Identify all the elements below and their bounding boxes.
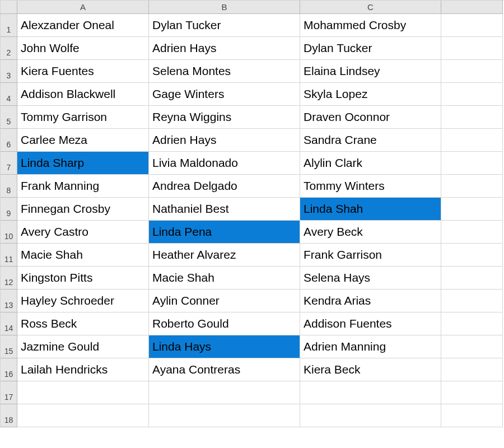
row-header-1[interactable]: 1: [1, 14, 17, 37]
cell-c18[interactable]: [300, 404, 441, 427]
cell-b17[interactable]: [149, 381, 300, 404]
cell-blank-14[interactable]: [441, 312, 503, 335]
column-header-a[interactable]: A: [17, 1, 149, 14]
row-header-8[interactable]: 8: [1, 175, 17, 198]
cell-c3[interactable]: Elaina Lindsey: [300, 60, 441, 83]
cell-c13[interactable]: Kendra Arias: [300, 290, 441, 312]
cell-blank-16[interactable]: [441, 358, 503, 381]
cell-c15[interactable]: Adrien Manning: [300, 335, 441, 358]
cell-a5[interactable]: Tommy Garrison: [17, 106, 149, 129]
cell-b14[interactable]: Roberto Gould: [149, 312, 300, 335]
row-header-9[interactable]: 9: [1, 198, 17, 221]
cell-c12[interactable]: Selena Hays: [300, 267, 441, 290]
spreadsheet-grid[interactable]: ABC1Alexzander OnealDylan TuckerMohammed…: [0, 0, 504, 427]
cell-a2[interactable]: John Wolfe: [17, 37, 149, 60]
cell-b3[interactable]: Selena Montes: [149, 60, 300, 83]
cell-b6[interactable]: Adrien Hays: [149, 129, 300, 152]
cell-blank-15[interactable]: [441, 335, 503, 358]
row-header-13[interactable]: 13: [1, 290, 17, 312]
cell-a8[interactable]: Frank Manning: [17, 175, 149, 198]
cell-blank-12[interactable]: [441, 267, 503, 290]
cell-a4[interactable]: Addison Blackwell: [17, 83, 149, 106]
cell-b7[interactable]: Livia Maldonado: [149, 152, 300, 175]
cell-b5[interactable]: Reyna Wiggins: [149, 106, 300, 129]
row-header-5[interactable]: 5: [1, 106, 17, 129]
cell-blank-9[interactable]: [441, 198, 503, 221]
cell-b1[interactable]: Dylan Tucker: [149, 14, 300, 37]
cell-c9[interactable]: Linda Shah: [300, 198, 441, 221]
cell-c11[interactable]: Frank Garrison: [300, 244, 441, 267]
cell-a12[interactable]: Kingston Pitts: [17, 267, 149, 290]
cell-b2[interactable]: Adrien Hays: [149, 37, 300, 60]
cell-a18[interactable]: [17, 404, 149, 427]
row-header-14[interactable]: 14: [1, 312, 17, 335]
cell-c1[interactable]: Mohammed Crosby: [300, 14, 441, 37]
cell-b9[interactable]: Nathaniel Best: [149, 198, 300, 221]
cell-blank-5[interactable]: [441, 106, 503, 129]
row-header-17[interactable]: 17: [1, 381, 17, 404]
select-all-corner[interactable]: [1, 1, 17, 14]
cell-c14[interactable]: Addison Fuentes: [300, 312, 441, 335]
cell-b16[interactable]: Ayana Contreras: [149, 358, 300, 381]
cell-c6[interactable]: Sandra Crane: [300, 129, 441, 152]
row-header-16[interactable]: 16: [1, 358, 17, 381]
row-header-18[interactable]: 18: [1, 404, 17, 427]
row-header-4[interactable]: 4: [1, 83, 17, 106]
cell-a17[interactable]: [17, 381, 149, 404]
cell-a15[interactable]: Jazmine Gould: [17, 335, 149, 358]
row-header-3[interactable]: 3: [1, 60, 17, 83]
cell-a6[interactable]: Carlee Meza: [17, 129, 149, 152]
cell-blank-10[interactable]: [441, 221, 503, 244]
cell-blank-7[interactable]: [441, 152, 503, 175]
cell-a13[interactable]: Hayley Schroeder: [17, 290, 149, 312]
cell-c5[interactable]: Draven Oconnor: [300, 106, 441, 129]
cell-c2[interactable]: Dylan Tucker: [300, 37, 441, 60]
row-header-6[interactable]: 6: [1, 129, 17, 152]
row-header-11[interactable]: 11: [1, 244, 17, 267]
column-header-blank[interactable]: [441, 1, 503, 14]
cell-b15[interactable]: Linda Hays: [149, 335, 300, 358]
column-header-b[interactable]: B: [149, 1, 300, 14]
row-header-12[interactable]: 12: [1, 267, 17, 290]
cell-c17[interactable]: [300, 381, 441, 404]
cell-a9[interactable]: Finnegan Crosby: [17, 198, 149, 221]
cell-a1[interactable]: Alexzander Oneal: [17, 14, 149, 37]
row-header-2[interactable]: 2: [1, 37, 17, 60]
cell-blank-1[interactable]: [441, 14, 503, 37]
cell-c8[interactable]: Tommy Winters: [300, 175, 441, 198]
cell-blank-3[interactable]: [441, 60, 503, 83]
cell-blank-2[interactable]: [441, 37, 503, 60]
cell-blank-11[interactable]: [441, 244, 503, 267]
cell-blank-18[interactable]: [441, 404, 503, 427]
cell-a16[interactable]: Lailah Hendricks: [17, 358, 149, 381]
cell-blank-13[interactable]: [441, 290, 503, 312]
cell-blank-4[interactable]: [441, 83, 503, 106]
cell-a11[interactable]: Macie Shah: [17, 244, 149, 267]
cell-blank-17[interactable]: [441, 381, 503, 404]
cell-a3[interactable]: Kiera Fuentes: [17, 60, 149, 83]
cell-blank-8[interactable]: [441, 175, 503, 198]
cell-b11[interactable]: Heather Alvarez: [149, 244, 300, 267]
cell-b8[interactable]: Andrea Delgado: [149, 175, 300, 198]
cell-b10[interactable]: Linda Pena: [149, 221, 300, 244]
column-header-c[interactable]: C: [300, 1, 441, 14]
cell-c4[interactable]: Skyla Lopez: [300, 83, 441, 106]
cell-c10[interactable]: Avery Beck: [300, 221, 441, 244]
cell-blank-6[interactable]: [441, 129, 503, 152]
cell-b13[interactable]: Aylin Conner: [149, 290, 300, 312]
cell-b18[interactable]: [149, 404, 300, 427]
row-header-15[interactable]: 15: [1, 335, 17, 358]
cell-a10[interactable]: Avery Castro: [17, 221, 149, 244]
cell-a7[interactable]: Linda Sharp: [17, 152, 149, 175]
row-header-10[interactable]: 10: [1, 221, 17, 244]
cell-c7[interactable]: Alylin Clark: [300, 152, 441, 175]
row-header-7[interactable]: 7: [1, 152, 17, 175]
cell-c16[interactable]: Kiera Beck: [300, 358, 441, 381]
cell-b12[interactable]: Macie Shah: [149, 267, 300, 290]
cell-a14[interactable]: Ross Beck: [17, 312, 149, 335]
cell-b4[interactable]: Gage Winters: [149, 83, 300, 106]
